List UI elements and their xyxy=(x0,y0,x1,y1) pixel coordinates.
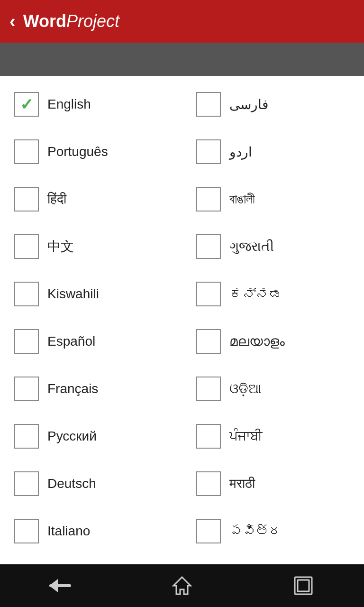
app-title-project: Project xyxy=(66,11,119,31)
back-button[interactable]: ‹ xyxy=(9,12,16,30)
lang-item-left[interactable]: Deutsch xyxy=(0,460,182,507)
lang-label-right: ગુજરાતી xyxy=(229,239,274,255)
checkbox-left-9[interactable] xyxy=(14,519,39,543)
svg-rect-1 xyxy=(49,584,71,587)
lang-label-right: ਪੰਜਾਬੀ xyxy=(229,429,262,444)
nav-back-button[interactable] xyxy=(42,571,80,600)
checkbox-left-8[interactable] xyxy=(14,471,39,496)
lang-item-left[interactable]: Italiano xyxy=(0,507,182,555)
lang-item-left[interactable]: Português xyxy=(0,128,182,175)
lang-label-right: മലയാളം xyxy=(229,334,285,349)
lang-row: Españolമലയാളം xyxy=(0,318,364,365)
lang-label-left: Français xyxy=(47,381,98,396)
lang-row: Русскийਪੰਜਾਬੀ xyxy=(0,413,364,460)
lang-row: ✓Englishفارسی xyxy=(0,81,364,128)
lang-item-right[interactable]: मराठी xyxy=(182,460,364,507)
lang-item-right[interactable]: বাঙালী xyxy=(182,175,364,223)
app-header: ‹ WordProject xyxy=(0,0,364,43)
checkbox-left-6[interactable] xyxy=(14,377,39,401)
lang-label-left: Português xyxy=(47,144,108,159)
lang-item-left[interactable]: ✓English xyxy=(0,81,182,128)
lang-label-left: English xyxy=(47,97,91,112)
lang-label-right: বাঙালী xyxy=(229,192,255,207)
checkbox-right-2[interactable] xyxy=(196,187,221,212)
checkbox-right-3[interactable] xyxy=(196,234,221,259)
app-title-word: Word xyxy=(23,11,66,31)
lang-label-left: हिंदी xyxy=(47,192,66,207)
lang-item-left[interactable]: Español xyxy=(0,318,182,365)
lang-item-right[interactable]: ગુજરાતી xyxy=(182,223,364,270)
lang-label-left: Deutsch xyxy=(47,476,96,491)
svg-marker-2 xyxy=(173,577,191,594)
checkbox-left-2[interactable] xyxy=(14,187,39,212)
lang-row: Françaisଓଡ଼ିଆ xyxy=(0,365,364,413)
app-title: WordProject xyxy=(23,11,119,31)
lang-item-left[interactable]: Русский xyxy=(0,413,182,460)
lang-row: 한국어தமிழ் xyxy=(0,555,364,564)
lang-label-right: اردو xyxy=(229,144,252,160)
lang-item-right[interactable]: ಕನ್ನಡ xyxy=(182,270,364,318)
lang-label-left: Kiswahili xyxy=(47,286,99,302)
checkbox-right-7[interactable] xyxy=(196,424,221,449)
bottom-navigation xyxy=(0,564,364,607)
lang-item-left[interactable]: 한국어 xyxy=(0,555,182,564)
lang-row: Italianoపవిత్ర xyxy=(0,507,364,555)
lang-row: हिंदीবাঙালী xyxy=(0,175,364,223)
language-list: ✓EnglishفارسیPortuguêsاردوहिंदीবাঙালী中文ગ… xyxy=(0,76,364,564)
lang-item-right[interactable]: ਪੰਜਾਬੀ xyxy=(182,413,364,460)
checkbox-left-3[interactable] xyxy=(14,234,39,259)
checkbox-left-4[interactable] xyxy=(14,282,39,306)
lang-row: 中文ગુજરાતી xyxy=(0,223,364,270)
lang-item-right[interactable]: தமிழ் xyxy=(182,555,364,564)
checkbox-left-1[interactable] xyxy=(14,139,39,164)
checkbox-right-1[interactable] xyxy=(196,139,221,164)
lang-item-left[interactable]: 中文 xyxy=(0,223,182,270)
checkbox-left-5[interactable] xyxy=(14,329,39,354)
lang-label-right: ಕನ್ನಡ xyxy=(229,286,282,302)
lang-label-left: Русский xyxy=(47,429,97,444)
checkbox-right-9[interactable] xyxy=(196,519,221,543)
checkbox-left-0[interactable]: ✓ xyxy=(14,92,39,117)
checkbox-right-4[interactable] xyxy=(196,282,221,306)
checkbox-right-5[interactable] xyxy=(196,329,221,354)
checkbox-left-7[interactable] xyxy=(14,424,39,449)
lang-label-left: 中文 xyxy=(47,238,74,256)
recents-icon xyxy=(293,575,314,596)
checkmark-icon: ✓ xyxy=(20,96,33,112)
lang-label-right: పవిత్ర xyxy=(229,524,282,539)
checkbox-right-6[interactable] xyxy=(196,377,221,401)
lang-item-right[interactable]: اردو xyxy=(182,128,364,175)
lang-label-right: मराठी xyxy=(229,476,255,492)
nav-home-button[interactable] xyxy=(163,571,201,600)
lang-item-right[interactable]: فارسی xyxy=(182,81,364,128)
lang-row: Portuguêsاردو xyxy=(0,128,364,175)
svg-rect-4 xyxy=(298,580,309,591)
lang-item-right[interactable]: മലയാളം xyxy=(182,318,364,365)
lang-label-left: Italiano xyxy=(47,524,90,539)
lang-item-left[interactable]: Français xyxy=(0,365,182,413)
lang-item-right[interactable]: పవిత్ర xyxy=(182,507,364,555)
lang-item-left[interactable]: Kiswahili xyxy=(0,270,182,318)
back-icon xyxy=(48,578,73,593)
lang-row: Kiswahiliಕನ್ನಡ xyxy=(0,270,364,318)
home-icon xyxy=(172,575,192,596)
lang-item-right[interactable]: ଓଡ଼ିଆ xyxy=(182,365,364,413)
lang-item-left[interactable]: हिंदी xyxy=(0,175,182,223)
lang-label-right: ଓଡ଼ିଆ xyxy=(229,381,261,397)
checkbox-right-8[interactable] xyxy=(196,471,221,496)
lang-row: Deutschमराठी xyxy=(0,460,364,507)
checkbox-right-0[interactable] xyxy=(196,92,221,117)
page-subheader xyxy=(0,43,364,76)
nav-recents-button[interactable] xyxy=(284,571,322,600)
lang-label-left: Español xyxy=(47,334,95,349)
lang-label-right: فارسی xyxy=(229,97,268,112)
